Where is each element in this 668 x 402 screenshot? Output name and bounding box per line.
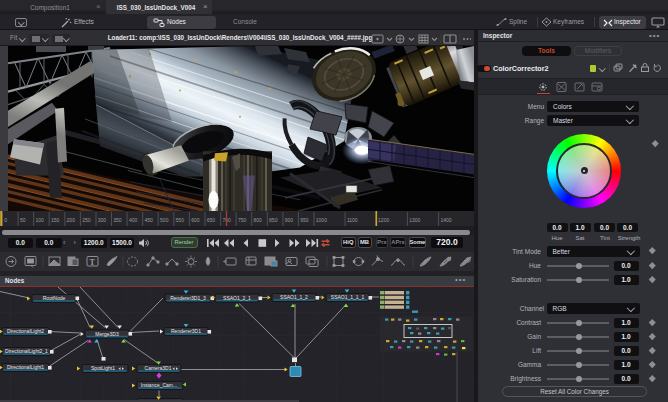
svg-text:150: 150 bbox=[51, 217, 60, 223]
svg-text:Camera3D1: Camera3D1 bbox=[145, 365, 172, 371]
svg-text:400: 400 bbox=[129, 217, 138, 223]
svg-text:Instance_Cam...: Instance_Cam... bbox=[141, 382, 177, 388]
svg-text:1000: 1000 bbox=[316, 217, 327, 223]
svg-text:Renderer3D1: Renderer3D1 bbox=[171, 328, 201, 334]
svg-text:950: 950 bbox=[300, 217, 309, 223]
svg-text:500: 500 bbox=[160, 217, 169, 223]
svg-text:RootNode: RootNode bbox=[43, 295, 66, 301]
svg-text:50: 50 bbox=[20, 217, 26, 223]
svg-text:DirectionalLight2_1: DirectionalLight2_1 bbox=[5, 348, 48, 354]
svg-text:750: 750 bbox=[238, 217, 247, 223]
svg-text:SpotLight1: SpotLight1 bbox=[91, 365, 115, 371]
svg-text:900: 900 bbox=[285, 217, 294, 223]
svg-text:SSAO1_1_1_1: SSAO1_1_1_1 bbox=[331, 294, 365, 300]
svg-text:0: 0 bbox=[4, 217, 7, 223]
svg-text:100: 100 bbox=[35, 217, 44, 223]
svg-text:450: 450 bbox=[145, 217, 154, 223]
svg-text:DirectionalLight1: DirectionalLight1 bbox=[7, 364, 44, 370]
svg-text:250: 250 bbox=[82, 217, 91, 223]
svg-text:SSAO1_1_2: SSAO1_1_2 bbox=[280, 294, 308, 300]
svg-text:850: 850 bbox=[269, 217, 278, 223]
svg-text:800: 800 bbox=[254, 217, 263, 223]
svg-text:650: 650 bbox=[207, 217, 216, 223]
svg-text:200: 200 bbox=[67, 217, 76, 223]
svg-text:1300: 1300 bbox=[409, 217, 420, 223]
svg-text:SSAO1_2_1: SSAO1_2_1 bbox=[223, 294, 251, 300]
svg-text:Renderer3D1_3: Renderer3D1_3 bbox=[170, 294, 206, 300]
svg-text:DirectionalLight2: DirectionalLight2 bbox=[7, 328, 44, 334]
svg-text:600: 600 bbox=[191, 217, 200, 223]
svg-text:1400: 1400 bbox=[440, 217, 451, 223]
svg-text:T: T bbox=[90, 258, 96, 267]
svg-text:300: 300 bbox=[98, 217, 107, 223]
svg-text:550: 550 bbox=[176, 217, 185, 223]
svg-text:350: 350 bbox=[113, 217, 122, 223]
svg-text:Merge3D3: Merge3D3 bbox=[95, 330, 119, 336]
svg-text:1200: 1200 bbox=[378, 217, 389, 223]
svg-text:1100: 1100 bbox=[347, 217, 358, 223]
